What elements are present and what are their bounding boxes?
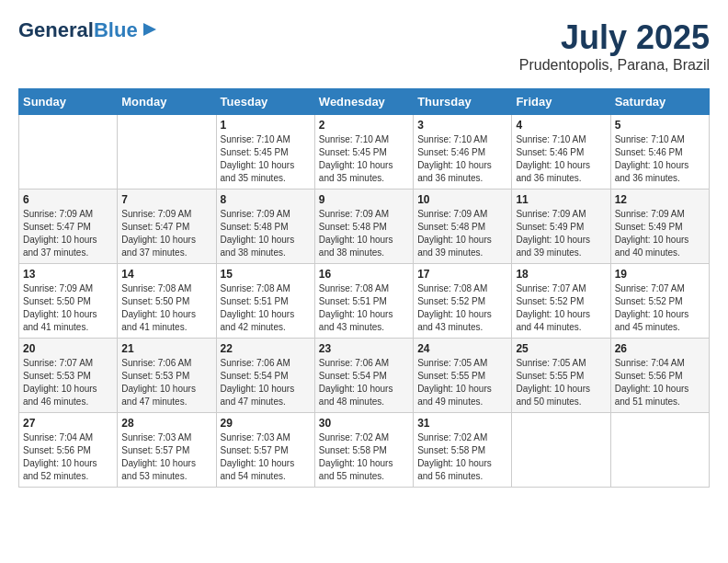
page-header: General Blue July 2025 Prudentopolis, Pa… xyxy=(18,18,710,74)
calendar-cell xyxy=(118,115,216,190)
day-detail: Sunrise: 7:09 AM Sunset: 5:49 PM Dayligh… xyxy=(615,208,705,259)
day-detail: Sunrise: 7:08 AM Sunset: 5:51 PM Dayligh… xyxy=(221,282,311,334)
calendar-cell: 20Sunrise: 7:07 AM Sunset: 5:53 PM Dayli… xyxy=(19,339,118,413)
day-number: 10 xyxy=(417,193,507,206)
logo-blue: Blue xyxy=(94,18,138,42)
day-number: 25 xyxy=(516,342,606,355)
calendar-cell: 26Sunrise: 7:04 AM Sunset: 5:56 PM Dayli… xyxy=(610,339,709,413)
week-row-3: 13Sunrise: 7:09 AM Sunset: 5:50 PM Dayli… xyxy=(19,264,710,339)
logo: General Blue xyxy=(18,18,160,42)
day-number: 21 xyxy=(121,342,211,355)
day-number: 14 xyxy=(121,268,211,281)
calendar-cell: 27Sunrise: 7:04 AM Sunset: 5:56 PM Dayli… xyxy=(19,413,118,488)
day-number: 17 xyxy=(417,268,507,281)
day-detail: Sunrise: 7:07 AM Sunset: 5:53 PM Dayligh… xyxy=(23,357,113,408)
calendar-cell: 14Sunrise: 7:08 AM Sunset: 5:50 PM Dayli… xyxy=(118,264,216,339)
day-detail: Sunrise: 7:09 AM Sunset: 5:48 PM Dayligh… xyxy=(319,208,409,259)
calendar-cell: 4Sunrise: 7:10 AM Sunset: 5:46 PM Daylig… xyxy=(512,115,610,190)
day-number: 23 xyxy=(319,342,409,355)
title-block: July 2025 Prudentopolis, Parana, Brazil xyxy=(519,18,710,74)
month-title: July 2025 xyxy=(519,18,710,57)
day-detail: Sunrise: 7:04 AM Sunset: 5:56 PM Dayligh… xyxy=(23,431,113,483)
day-number: 4 xyxy=(516,119,606,132)
calendar-cell xyxy=(512,413,610,488)
calendar-cell: 31Sunrise: 7:02 AM Sunset: 5:58 PM Dayli… xyxy=(414,413,512,488)
day-number: 27 xyxy=(23,417,113,430)
day-detail: Sunrise: 7:09 AM Sunset: 5:49 PM Dayligh… xyxy=(516,208,606,259)
day-number: 24 xyxy=(417,342,507,355)
day-number: 3 xyxy=(417,119,507,132)
day-number: 13 xyxy=(23,268,113,281)
calendar-cell: 19Sunrise: 7:07 AM Sunset: 5:52 PM Dayli… xyxy=(610,264,709,339)
day-number: 9 xyxy=(319,193,409,206)
day-detail: Sunrise: 7:09 AM Sunset: 5:47 PM Dayligh… xyxy=(23,208,113,259)
week-row-4: 20Sunrise: 7:07 AM Sunset: 5:53 PM Dayli… xyxy=(19,339,710,413)
calendar-header-row: SundayMondayTuesdayWednesdayThursdayFrid… xyxy=(19,89,710,115)
day-detail: Sunrise: 7:08 AM Sunset: 5:52 PM Dayligh… xyxy=(417,282,507,334)
day-detail: Sunrise: 7:04 AM Sunset: 5:56 PM Dayligh… xyxy=(615,357,705,408)
day-detail: Sunrise: 7:09 AM Sunset: 5:48 PM Dayligh… xyxy=(221,208,311,259)
calendar-cell xyxy=(610,413,709,488)
calendar-cell: 1Sunrise: 7:10 AM Sunset: 5:45 PM Daylig… xyxy=(216,115,314,190)
header-tuesday: Tuesday xyxy=(216,89,314,115)
calendar-cell: 3Sunrise: 7:10 AM Sunset: 5:46 PM Daylig… xyxy=(414,115,512,190)
day-detail: Sunrise: 7:02 AM Sunset: 5:58 PM Dayligh… xyxy=(319,431,409,483)
header-friday: Friday xyxy=(512,89,610,115)
calendar-cell: 7Sunrise: 7:09 AM Sunset: 5:47 PM Daylig… xyxy=(118,190,216,264)
calendar-cell: 13Sunrise: 7:09 AM Sunset: 5:50 PM Dayli… xyxy=(19,264,118,339)
calendar-cell: 6Sunrise: 7:09 AM Sunset: 5:47 PM Daylig… xyxy=(19,190,118,264)
day-number: 2 xyxy=(319,119,409,132)
header-sunday: Sunday xyxy=(19,89,118,115)
day-number: 29 xyxy=(221,417,311,430)
day-number: 12 xyxy=(615,193,705,206)
day-number: 31 xyxy=(417,417,507,430)
day-detail: Sunrise: 7:10 AM Sunset: 5:46 PM Dayligh… xyxy=(516,133,606,185)
calendar-cell: 25Sunrise: 7:05 AM Sunset: 5:55 PM Dayli… xyxy=(512,339,610,413)
day-number: 18 xyxy=(516,268,606,281)
day-number: 22 xyxy=(221,342,311,355)
calendar-cell: 15Sunrise: 7:08 AM Sunset: 5:51 PM Dayli… xyxy=(216,264,314,339)
day-number: 11 xyxy=(516,193,606,206)
day-number: 6 xyxy=(23,193,113,206)
calendar-cell: 2Sunrise: 7:10 AM Sunset: 5:45 PM Daylig… xyxy=(314,115,413,190)
day-detail: Sunrise: 7:09 AM Sunset: 5:50 PM Dayligh… xyxy=(23,282,113,334)
location-subtitle: Prudentopolis, Parana, Brazil xyxy=(519,57,710,74)
calendar-cell: 5Sunrise: 7:10 AM Sunset: 5:46 PM Daylig… xyxy=(610,115,709,190)
calendar-cell: 30Sunrise: 7:02 AM Sunset: 5:58 PM Dayli… xyxy=(314,413,413,488)
svg-marker-0 xyxy=(143,23,156,36)
day-detail: Sunrise: 7:10 AM Sunset: 5:46 PM Dayligh… xyxy=(615,133,705,185)
day-number: 16 xyxy=(319,268,409,281)
header-saturday: Saturday xyxy=(610,89,709,115)
logo-general: General xyxy=(18,18,94,42)
week-row-1: 1Sunrise: 7:10 AM Sunset: 5:45 PM Daylig… xyxy=(19,115,710,190)
day-detail: Sunrise: 7:06 AM Sunset: 5:54 PM Dayligh… xyxy=(221,357,311,408)
header-thursday: Thursday xyxy=(414,89,512,115)
day-detail: Sunrise: 7:07 AM Sunset: 5:52 PM Dayligh… xyxy=(516,282,606,334)
day-detail: Sunrise: 7:10 AM Sunset: 5:46 PM Dayligh… xyxy=(417,133,507,185)
day-number: 1 xyxy=(221,119,311,132)
day-detail: Sunrise: 7:07 AM Sunset: 5:52 PM Dayligh… xyxy=(615,282,705,334)
calendar-cell: 28Sunrise: 7:03 AM Sunset: 5:57 PM Dayli… xyxy=(118,413,216,488)
day-detail: Sunrise: 7:10 AM Sunset: 5:45 PM Dayligh… xyxy=(221,133,311,185)
day-detail: Sunrise: 7:03 AM Sunset: 5:57 PM Dayligh… xyxy=(121,431,211,483)
calendar-cell: 24Sunrise: 7:05 AM Sunset: 5:55 PM Dayli… xyxy=(414,339,512,413)
header-monday: Monday xyxy=(118,89,216,115)
day-detail: Sunrise: 7:08 AM Sunset: 5:51 PM Dayligh… xyxy=(319,282,409,334)
calendar-cell: 22Sunrise: 7:06 AM Sunset: 5:54 PM Dayli… xyxy=(216,339,314,413)
day-detail: Sunrise: 7:09 AM Sunset: 5:48 PM Dayligh… xyxy=(417,208,507,259)
calendar-cell: 9Sunrise: 7:09 AM Sunset: 5:48 PM Daylig… xyxy=(314,190,413,264)
day-detail: Sunrise: 7:08 AM Sunset: 5:50 PM Dayligh… xyxy=(121,282,211,334)
week-row-5: 27Sunrise: 7:04 AM Sunset: 5:56 PM Dayli… xyxy=(19,413,710,488)
day-detail: Sunrise: 7:06 AM Sunset: 5:53 PM Dayligh… xyxy=(121,357,211,408)
day-number: 28 xyxy=(121,417,211,430)
calendar-cell: 11Sunrise: 7:09 AM Sunset: 5:49 PM Dayli… xyxy=(512,190,610,264)
day-detail: Sunrise: 7:03 AM Sunset: 5:57 PM Dayligh… xyxy=(221,431,311,483)
day-number: 30 xyxy=(319,417,409,430)
day-number: 7 xyxy=(121,193,211,206)
day-detail: Sunrise: 7:06 AM Sunset: 5:54 PM Dayligh… xyxy=(319,357,409,408)
day-number: 26 xyxy=(615,342,705,355)
day-detail: Sunrise: 7:02 AM Sunset: 5:58 PM Dayligh… xyxy=(417,431,507,483)
calendar-cell: 16Sunrise: 7:08 AM Sunset: 5:51 PM Dayli… xyxy=(314,264,413,339)
calendar-cell xyxy=(19,115,118,190)
calendar-cell: 8Sunrise: 7:09 AM Sunset: 5:48 PM Daylig… xyxy=(216,190,314,264)
